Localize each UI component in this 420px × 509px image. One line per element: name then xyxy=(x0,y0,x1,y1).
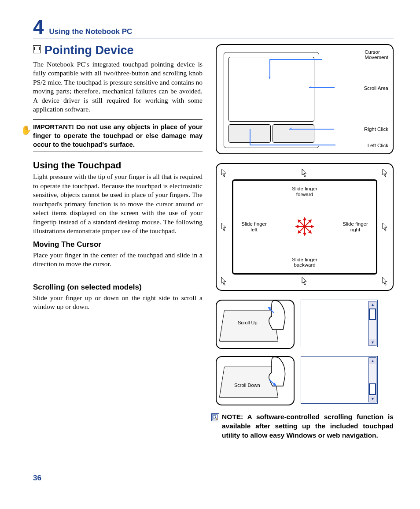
label-scroll-down: Scroll Down xyxy=(234,383,260,388)
section-moving-cursor-title: Moving The Cursor xyxy=(33,240,203,249)
note-callout: NOTE: A software-controlled scrolling fu… xyxy=(222,412,394,440)
chapter-title: Using the Notebook PC xyxy=(49,27,132,36)
hand-stop-icon: ✋ xyxy=(21,124,32,136)
scrollbar-up-arrow-icon: ▴ xyxy=(369,301,376,308)
label-scroll-area: Scroll Area xyxy=(364,85,388,91)
section-using-touchpad-body: Light pressure with the tip of your fing… xyxy=(33,172,203,235)
diagram-touchpad-layout: Cursor Movement Scroll Area Right Click … xyxy=(216,44,394,154)
cursor-icon xyxy=(302,168,308,177)
label-scroll-up: Scroll Up xyxy=(238,320,258,325)
label-left-click: Left Click xyxy=(368,143,388,148)
cursor-icon xyxy=(382,168,388,177)
label-slide-forward: Slide finger forward xyxy=(292,186,317,197)
diagram-slide-directions: Slide finger forward Slide finger backwa… xyxy=(216,163,394,291)
cursor-icon xyxy=(221,168,227,177)
chapter-number: 4 xyxy=(33,18,44,37)
diagram-scroll-up-row: Scroll Up ▴ ▾ xyxy=(216,300,394,349)
label-slide-backward: Slide finger backward xyxy=(292,257,317,268)
hand-finger-icon xyxy=(265,299,286,331)
diagram-scroll-down-row: Scroll Down ▴ ▾ xyxy=(216,356,394,405)
scrollbar-down-arrow-icon: ▾ xyxy=(369,396,376,402)
cursor-icon xyxy=(221,223,227,231)
diagram-scroll-down-touchpad: Scroll Down xyxy=(216,356,295,405)
important-callout: ✋ IMPORTANT! Do not use any objects in p… xyxy=(33,119,203,152)
svg-marker-6 xyxy=(295,225,298,228)
scrollbar-up-arrow-icon: ▴ xyxy=(369,358,376,364)
cursor-icon xyxy=(382,277,388,286)
label-right-click: Right Click xyxy=(364,126,388,132)
note-text: NOTE: A software-controlled scrolling fu… xyxy=(222,413,394,439)
label-cursor-movement: Cursor Movement xyxy=(365,49,388,60)
label-slide-right: Slide finger right xyxy=(340,221,371,232)
chapter-header: 4 Using the Notebook PC xyxy=(33,18,394,38)
label-slide-left: Slide finger left xyxy=(239,221,269,232)
cursor-icon xyxy=(382,223,388,231)
svg-marker-4 xyxy=(303,217,306,220)
section-pointing-device-body: The Notebook PC's integrated touchpad po… xyxy=(33,60,203,114)
important-text: IMPORTANT! Do not use any objects in pla… xyxy=(33,123,203,149)
diagram-window-scroll-up: ▴ ▾ xyxy=(301,300,378,347)
diagram-window-scroll-down: ▴ ▾ xyxy=(301,356,378,404)
touchpad-icon xyxy=(33,45,41,53)
section-moving-cursor-body: Place your finger in the center of the t… xyxy=(33,251,203,269)
diagram-right-button xyxy=(273,124,315,143)
page-number: 36 xyxy=(33,474,41,483)
arrow-down-icon xyxy=(268,378,279,386)
section-scrolling-body: Slide your finger up or down on the righ… xyxy=(33,294,203,312)
cursor-icon xyxy=(221,277,227,286)
section-using-touchpad-title: Using the Touchpad xyxy=(33,160,203,171)
svg-marker-5 xyxy=(303,233,306,236)
svg-marker-7 xyxy=(311,225,314,228)
note-icon xyxy=(211,413,219,421)
scrollbar-down-arrow-icon: ▾ xyxy=(369,339,376,346)
section-scrolling-title: Scrolling (on selected models) xyxy=(33,283,203,292)
direction-star-icon xyxy=(294,215,316,238)
section-pointing-device-title: Pointing Device xyxy=(44,44,134,57)
arrow-up-icon xyxy=(268,307,279,315)
diagram-scroll-up-touchpad: Scroll Up xyxy=(216,300,295,349)
cursor-icon xyxy=(302,277,308,286)
